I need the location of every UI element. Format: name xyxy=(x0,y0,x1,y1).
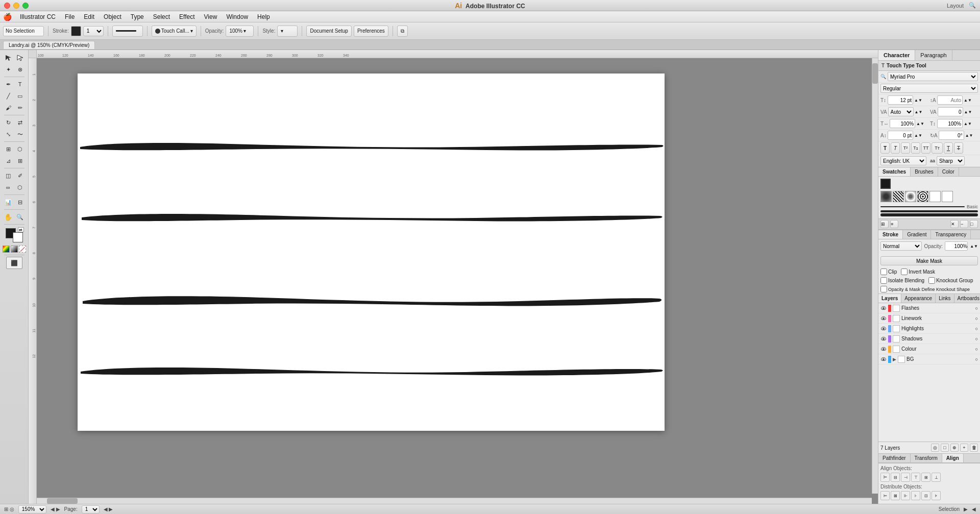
type-tool[interactable]: T xyxy=(14,79,26,90)
layer-visibility-flashes[interactable] xyxy=(880,305,887,311)
distribute-center-h-btn[interactable]: ⊠ xyxy=(891,491,900,500)
gradient-tab[interactable]: Gradient xyxy=(903,230,931,239)
small-caps-btn[interactable]: Tт xyxy=(932,142,943,154)
brush-line-medium[interactable] xyxy=(880,210,978,212)
layer-options-highlights[interactable]: ○ xyxy=(975,326,978,331)
swap-colors-btn[interactable]: ⇄ xyxy=(18,227,24,232)
create-new-sublayer-btn[interactable]: ⊕ xyxy=(950,444,959,452)
make-clipping-mask-btn[interactable]: □ xyxy=(941,444,949,452)
pen-tool[interactable]: ✒ xyxy=(3,79,14,90)
font-size-input[interactable]: 12 pt xyxy=(888,95,913,105)
doc-tab[interactable]: Landry.ai @ 150% (CMYK/Preview) xyxy=(3,41,95,49)
transform-tab[interactable]: Transform xyxy=(911,454,942,462)
maximize-button[interactable] xyxy=(22,3,29,9)
menu-help[interactable]: Help xyxy=(253,12,274,21)
artboard[interactable] xyxy=(78,74,665,431)
baseline-arrow[interactable]: ▲▼ xyxy=(914,133,922,138)
swatch-1[interactable] xyxy=(880,191,892,202)
paintbrush-tool[interactable]: 🖌 xyxy=(3,102,14,113)
all-caps-btn[interactable]: TT xyxy=(921,142,930,154)
stroke-style-btn[interactable] xyxy=(112,26,143,37)
blend-mode-select[interactable]: Normal xyxy=(880,241,922,251)
distribute-center-v-btn[interactable]: ⊡ xyxy=(921,491,930,500)
rotate-tool[interactable]: ↻ xyxy=(3,117,14,128)
clip-label[interactable]: Clip xyxy=(880,268,897,275)
layers-tab[interactable]: Layers xyxy=(878,294,901,303)
screen-mode-btn[interactable]: ⬛ xyxy=(6,257,22,269)
warp-tool[interactable]: 〜 xyxy=(14,129,26,140)
opacity-value[interactable]: 100% ▾ xyxy=(226,26,254,37)
layer-visibility-shadows[interactable] xyxy=(880,336,887,342)
align-tab[interactable]: Align xyxy=(942,454,964,462)
font-size-arrow[interactable]: ▲▼ xyxy=(914,98,922,103)
font-style-select[interactable]: Regular xyxy=(880,84,978,93)
align-top-btn[interactable]: ⊤ xyxy=(911,473,920,482)
layer-item-shadows[interactable]: Shadows ○ xyxy=(878,334,980,344)
style-select[interactable]: ▾ xyxy=(277,26,298,37)
stroke-tab[interactable]: Stroke xyxy=(878,230,903,239)
character-tab[interactable]: Character xyxy=(878,50,915,60)
zoom-select[interactable]: 150% xyxy=(18,505,46,513)
gradient-tool[interactable]: ◫ xyxy=(3,170,14,181)
close-button[interactable] xyxy=(4,3,10,9)
mesh-tool[interactable]: ⊞ xyxy=(14,155,26,166)
locate-object-btn[interactable]: ◎ xyxy=(931,444,939,452)
create-new-layer-btn[interactable]: + xyxy=(960,444,968,452)
font-family-select[interactable]: Myriad Pro xyxy=(888,72,978,81)
live-paint-tool[interactable]: ⬡ xyxy=(14,182,26,193)
menu-edit[interactable]: Edit xyxy=(80,12,99,21)
opacity-value-input[interactable]: 100% xyxy=(945,241,968,251)
layer-visibility-bg[interactable] xyxy=(880,356,887,362)
swatches-show-kinds-btn[interactable]: ⊞ xyxy=(880,220,889,228)
align-center-v-btn[interactable]: ⊞ xyxy=(921,473,930,482)
kerning-arrow[interactable]: ▲▼ xyxy=(915,110,923,114)
minimize-button[interactable] xyxy=(13,3,19,9)
zoom-tool[interactable]: 🔍 xyxy=(14,211,26,223)
bold-btn[interactable]: T xyxy=(880,142,890,154)
hscale-input[interactable] xyxy=(890,119,915,128)
menu-object[interactable]: Object xyxy=(100,12,126,21)
rotation-arrow[interactable]: ▲▼ xyxy=(965,133,973,138)
kerning-select[interactable]: Auto0 xyxy=(888,107,914,116)
stroke-color-box[interactable] xyxy=(71,26,81,36)
align-right-btn[interactable]: ⊣ xyxy=(901,473,910,482)
layer-visibility-linework[interactable] xyxy=(880,315,887,322)
opacity-mask-label[interactable]: Opacity & Mask Define Knockout Shape xyxy=(880,286,970,292)
swatch-2[interactable] xyxy=(893,191,904,202)
opacity-arrows[interactable]: ▲▼ xyxy=(970,244,978,249)
document-setup-btn[interactable]: Document Setup xyxy=(306,26,352,37)
page-select[interactable]: 1 xyxy=(82,505,100,513)
make-mask-btn[interactable]: Make Mask xyxy=(880,256,978,265)
align-bottom-btn[interactable]: ⊥ xyxy=(932,473,941,482)
magic-wand-tool[interactable]: ✦ xyxy=(3,64,14,75)
swatch-5[interactable] xyxy=(929,191,941,202)
canvas-background[interactable] xyxy=(37,58,878,504)
knockout-group-label[interactable]: Knockout Group xyxy=(928,277,973,284)
layer-item-bg[interactable]: ▶ BG ○ xyxy=(878,354,980,364)
brush-line-thin[interactable] xyxy=(880,206,965,207)
baseline-input[interactable] xyxy=(888,131,913,140)
menu-illustrator[interactable]: Illustrator CC xyxy=(16,12,60,21)
blend-tool[interactable]: ∞ xyxy=(3,182,14,193)
isolate-blending-label[interactable]: Isolate Blending xyxy=(880,277,924,284)
layer-item-linework[interactable]: Linework ○ xyxy=(878,313,980,324)
delete-selection-btn[interactable]: 🗑 xyxy=(970,444,978,452)
selection-tool[interactable] xyxy=(3,52,14,63)
tracking-input[interactable] xyxy=(938,107,963,116)
layer-visibility-highlights[interactable] xyxy=(880,326,887,332)
hscale-arrow[interactable]: ▲▼ xyxy=(916,121,924,126)
column-graph-tool[interactable]: 📊 xyxy=(3,197,14,208)
free-transform-tool[interactable]: ⊞ xyxy=(3,143,14,155)
slice-tool[interactable]: ⊟ xyxy=(14,197,26,208)
artboards-tab[interactable]: Artboards xyxy=(954,294,980,303)
menu-file[interactable]: File xyxy=(61,12,79,21)
distribute-left-btn[interactable]: ⊨ xyxy=(880,491,890,500)
layer-expand-bg[interactable]: ▶ xyxy=(893,357,896,362)
align-left-btn[interactable]: ⊢ xyxy=(880,473,890,482)
layer-options-flashes[interactable]: ○ xyxy=(975,306,978,311)
brushes-tab[interactable]: Brushes xyxy=(911,167,938,176)
traffic-lights[interactable] xyxy=(4,3,29,9)
lasso-tool[interactable]: ⊗ xyxy=(14,64,26,75)
vertical-scroll-thumb[interactable] xyxy=(872,63,878,84)
appearance-tab[interactable]: Appearance xyxy=(901,294,936,303)
